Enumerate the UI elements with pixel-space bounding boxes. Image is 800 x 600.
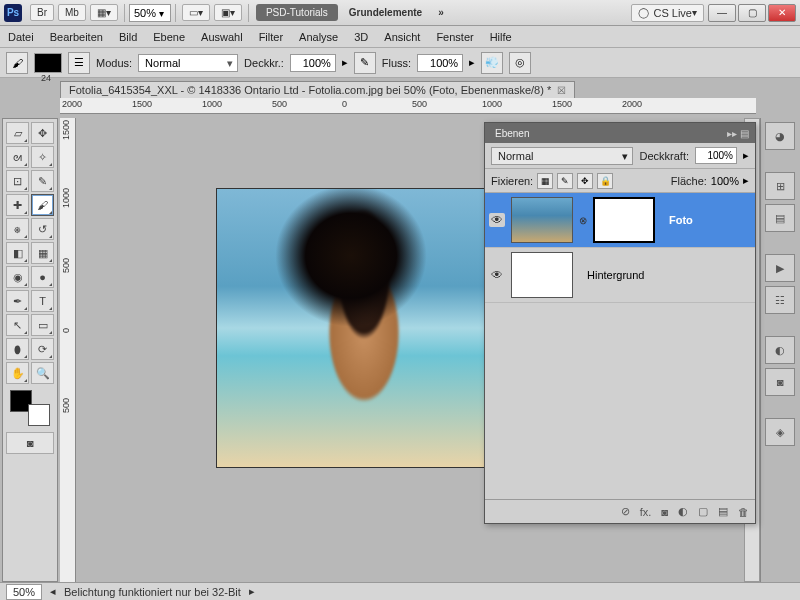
- history-panel-icon[interactable]: ☷: [765, 286, 795, 314]
- menu-ebene[interactable]: Ebene: [153, 31, 185, 43]
- shape-tool[interactable]: ▭: [31, 314, 54, 336]
- gradient-tool[interactable]: ▦: [31, 242, 54, 264]
- pen-tool[interactable]: ✒: [6, 290, 29, 312]
- menu-datei[interactable]: Datei: [8, 31, 34, 43]
- type-tool[interactable]: T: [31, 290, 54, 312]
- status-arrow-left[interactable]: ◂: [50, 585, 56, 598]
- mask-add-icon[interactable]: ◙: [661, 506, 668, 518]
- lock-transparent-icon[interactable]: ▦: [537, 173, 553, 189]
- opacity-input[interactable]: 100%: [290, 54, 336, 72]
- fx-icon[interactable]: fx.: [640, 506, 652, 518]
- pressure-opacity-icon[interactable]: ✎: [354, 52, 376, 74]
- visibility-icon[interactable]: 👁: [489, 268, 505, 282]
- zoom-field[interactable]: 50%: [6, 584, 42, 600]
- hand-tool[interactable]: ✋: [6, 362, 29, 384]
- quickmask-tool[interactable]: ◙: [6, 432, 54, 454]
- layer-row[interactable]: 👁 Hintergrund: [485, 248, 755, 303]
- lock-all-icon[interactable]: 🔒: [597, 173, 613, 189]
- marquee-tool[interactable]: ✥: [31, 122, 54, 144]
- 3d-camera-tool[interactable]: ⟳: [31, 338, 54, 360]
- screen-mode-button[interactable]: ▣▾: [214, 4, 242, 21]
- path-tool[interactable]: ↖: [6, 314, 29, 336]
- styles-panel-icon[interactable]: ▤: [765, 204, 795, 232]
- zoom-dropdown[interactable]: 50% ▾: [129, 4, 171, 22]
- lock-pixels-icon[interactable]: ✎: [557, 173, 573, 189]
- pressure-size-icon[interactable]: ◎: [509, 52, 531, 74]
- workspace-tab-psd-tutorials[interactable]: PSD-Tutorials: [256, 4, 338, 21]
- close-button[interactable]: ✕: [768, 4, 796, 22]
- menu-analyse[interactable]: Analyse: [299, 31, 338, 43]
- minibridge-button[interactable]: Mb: [58, 4, 86, 21]
- flow-input[interactable]: 100%: [417, 54, 463, 72]
- close-tab-icon[interactable]: ☒: [557, 85, 566, 96]
- 3d-tool[interactable]: ⬮: [6, 338, 29, 360]
- opacity-arrow[interactable]: ▸: [743, 149, 749, 162]
- layer-name[interactable]: Hintergrund: [579, 269, 751, 281]
- delete-layer-icon[interactable]: 🗑: [738, 506, 749, 518]
- brush-panel-icon[interactable]: ☰: [68, 52, 90, 74]
- menu-bearbeiten[interactable]: Bearbeiten: [50, 31, 103, 43]
- fill-input[interactable]: 100%: [711, 175, 739, 187]
- layer-thumbnail[interactable]: [511, 197, 573, 243]
- view-extras-button[interactable]: ▭▾: [182, 4, 210, 21]
- maximize-button[interactable]: ▢: [738, 4, 766, 22]
- color-panel-icon[interactable]: ◕: [765, 122, 795, 150]
- fill-arrow[interactable]: ▸: [743, 174, 749, 187]
- lasso-tool[interactable]: ᘛ: [6, 146, 29, 168]
- visibility-icon[interactable]: 👁: [489, 213, 505, 227]
- panel-menu-icon[interactable]: ▸▸ ▤: [721, 128, 755, 139]
- bridge-button[interactable]: Br: [30, 4, 54, 21]
- lock-position-icon[interactable]: ✥: [577, 173, 593, 189]
- menu-ansicht[interactable]: Ansicht: [384, 31, 420, 43]
- menu-hilfe[interactable]: Hilfe: [490, 31, 512, 43]
- history-brush-tool[interactable]: ↺: [31, 218, 54, 240]
- ruler-vertical[interactable]: 1500 1000 500 0 500: [60, 118, 76, 582]
- eraser-tool[interactable]: ◧: [6, 242, 29, 264]
- masks-panel-icon[interactable]: ◙: [765, 368, 795, 396]
- status-arrow-right[interactable]: ▸: [249, 585, 255, 598]
- document-tab[interactable]: Fotolia_6415354_XXL - © 1418336 Ontario …: [60, 81, 575, 98]
- brush-tool-icon[interactable]: 🖌: [6, 52, 28, 74]
- ruler-horizontal[interactable]: 2000 1500 1000 500 0 500 1000 1500 2000: [60, 98, 756, 114]
- layer-list[interactable]: 👁 ⊗ Foto 👁 Hintergrund: [485, 193, 755, 499]
- brush-tool[interactable]: 🖌: [31, 194, 54, 216]
- workspace-tab-grundelemente[interactable]: Grundelemente: [341, 4, 430, 21]
- adjustment-add-icon[interactable]: ◐: [678, 505, 688, 518]
- crop-tool[interactable]: ⊡: [6, 170, 29, 192]
- new-layer-icon[interactable]: ▤: [718, 505, 728, 518]
- adjustments-panel-icon[interactable]: ◐: [765, 336, 795, 364]
- eyedropper-tool[interactable]: ✎: [31, 170, 54, 192]
- background-color[interactable]: [28, 404, 50, 426]
- link-layers-icon[interactable]: ⊘: [621, 505, 630, 518]
- blend-mode-select[interactable]: Normal: [138, 54, 238, 72]
- layer-row[interactable]: 👁 ⊗ Foto: [485, 193, 755, 248]
- workspace-more[interactable]: »: [430, 4, 452, 21]
- actions-panel-icon[interactable]: ▶: [765, 254, 795, 282]
- mask-thumbnail[interactable]: [593, 197, 655, 243]
- zoom-tool[interactable]: 🔍: [31, 362, 54, 384]
- layer-blend-select[interactable]: Normal: [491, 147, 633, 165]
- layer-name[interactable]: Foto: [661, 214, 751, 226]
- minimize-button[interactable]: —: [708, 4, 736, 22]
- heal-tool[interactable]: ✚: [6, 194, 29, 216]
- opacity-flyout[interactable]: ▸: [342, 56, 348, 69]
- menu-fenster[interactable]: Fenster: [436, 31, 473, 43]
- cs-live-button[interactable]: ◯ CS Live ▾: [631, 4, 704, 22]
- dodge-tool[interactable]: ●: [31, 266, 54, 288]
- layers-tab[interactable]: Ebenen: [485, 125, 539, 142]
- layer-thumbnail[interactable]: [511, 252, 573, 298]
- menu-3d[interactable]: 3D: [354, 31, 368, 43]
- link-icon[interactable]: ⊗: [579, 215, 587, 226]
- move-tool[interactable]: ▱: [6, 122, 29, 144]
- brush-preset[interactable]: [34, 53, 62, 73]
- flow-flyout[interactable]: ▸: [469, 56, 475, 69]
- color-swatches[interactable]: [10, 390, 50, 426]
- wand-tool[interactable]: ✧: [31, 146, 54, 168]
- layers-panel-icon[interactable]: ◈: [765, 418, 795, 446]
- menu-bild[interactable]: Bild: [119, 31, 137, 43]
- airbrush-icon[interactable]: 💨: [481, 52, 503, 74]
- group-add-icon[interactable]: ▢: [698, 505, 708, 518]
- swatches-panel-icon[interactable]: ⊞: [765, 172, 795, 200]
- document-image[interactable]: [216, 188, 486, 468]
- blur-tool[interactable]: ◉: [6, 266, 29, 288]
